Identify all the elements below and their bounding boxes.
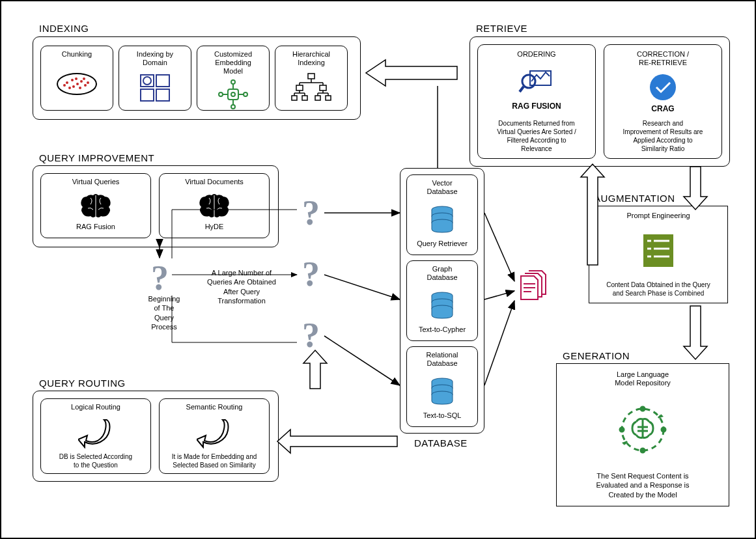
svg-line-85 — [324, 275, 400, 299]
svg-line-86 — [324, 336, 400, 385]
svg-line-87 — [484, 213, 514, 281]
connectors — [1, 1, 756, 539]
svg-line-88 — [484, 291, 514, 299]
svg-line-89 — [484, 301, 514, 385]
